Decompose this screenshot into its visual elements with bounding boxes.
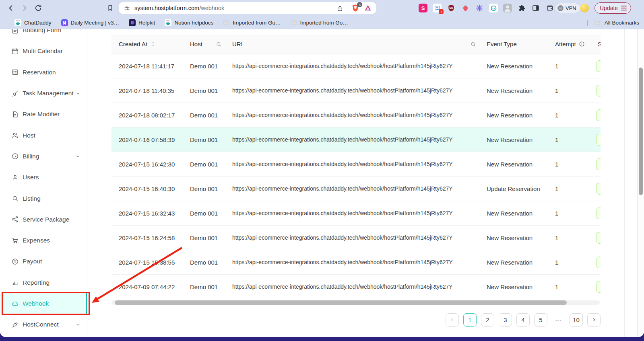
search-icon[interactable] (216, 41, 222, 47)
table-row[interactable]: 2024-07-15 16:32:43 Demo 001 https://api… (111, 201, 601, 226)
sidebar-item-multi-calendar[interactable]: Multi Calendar (0, 41, 87, 62)
vpn-button[interactable]: VPN (555, 3, 581, 13)
back-button[interactable] (4, 1, 18, 15)
update-button[interactable]: Update (594, 2, 631, 14)
brave-logo-icon[interactable] (363, 4, 372, 12)
bookmark-notion-helpdocs[interactable]: Notion helpdocs (161, 18, 217, 27)
sidebar-item-host[interactable]: Host (0, 125, 87, 146)
puzzle-icon[interactable] (517, 4, 526, 12)
cell-url: https://api-ecommerce-integrations.chatd… (225, 275, 479, 299)
table-row[interactable]: 2024-07-15 16:24:58 Demo 001 https://api… (111, 226, 601, 250)
cell-attempt: 1 (548, 78, 588, 103)
wallet-icon[interactable] (545, 4, 554, 12)
extension-burst-icon[interactable] (475, 4, 484, 12)
sidebar-toggle-icon[interactable] (531, 4, 540, 12)
sidebar-item-billing[interactable]: Billing (0, 146, 87, 167)
page-button-next[interactable]: › (587, 313, 601, 327)
extension-ublock-icon[interactable]: UD (447, 4, 456, 12)
bookmark-helpkit[interactable]: Helpkit (126, 18, 158, 27)
sidebar-item-listing[interactable]: Listing (0, 188, 87, 209)
sidebar-item-users[interactable]: Users (0, 167, 87, 188)
notification-badge: ! (439, 9, 444, 14)
sidebar-item-reporting[interactable]: Reporting (0, 272, 87, 293)
url-bar[interactable]: system.hostplatform.com/webhook 3 (119, 2, 376, 14)
broom-icon (11, 90, 19, 97)
divider (347, 5, 347, 11)
cell-attempt: 1 (548, 54, 588, 78)
column-status[interactable]: S (588, 35, 601, 53)
table-row[interactable]: 2024-07-15 16:42:30 Demo 001 https://api… (111, 152, 601, 177)
cell-attempt: 1 (548, 226, 588, 250)
page-button-5[interactable]: 5 (534, 313, 547, 327)
extension-chat-icon[interactable]: ! (433, 4, 442, 12)
page-button-2[interactable]: 2 (481, 313, 494, 327)
bookmark-imported-from-go[interactable]: Imported from Go… (287, 18, 351, 27)
extension-s-icon[interactable]: S (419, 4, 427, 12)
all-bookmarks-button[interactable]: All Bookmarks (605, 20, 639, 26)
page-button-10[interactable]: 10 (570, 313, 583, 327)
bookmark-chatdaddy[interactable]: ChatDaddy (11, 18, 55, 27)
bookmark-imported-from-go[interactable]: Imported from Go… (220, 18, 284, 27)
table-header: Created At Host URL (111, 35, 601, 54)
vertical-scrollbar[interactable] (637, 29, 644, 337)
table-row[interactable]: 2024-07-15 15:38:55 Demo 001 https://api… (111, 250, 601, 275)
tune-icon[interactable] (124, 5, 130, 12)
table-row[interactable]: 2024-07-18 11:40:35 Demo 001 https://api… (111, 78, 601, 103)
cart-icon (11, 237, 19, 244)
vertical-scrollbar-thumb[interactable] (639, 68, 643, 195)
divider (587, 20, 588, 26)
table-row[interactable]: 2024-07-16 07:58:39 Demo 001 https://api… (111, 127, 601, 152)
chatdaddy-logo-icon (165, 19, 171, 26)
sidebar-item-task-management[interactable]: Task Management (0, 83, 87, 104)
table-row[interactable]: 2024-07-09 07:44:22 Demo 001 https://api… (111, 275, 601, 299)
bookmark-icon[interactable] (105, 3, 115, 13)
cell-host: Demo 001 (183, 103, 225, 127)
sidebar-item-hostconnect[interactable]: HostConnect (0, 314, 87, 335)
page-button-ellipsis[interactable]: ••• (552, 313, 565, 327)
forward-button[interactable] (18, 1, 31, 15)
cell-created-at: 2024-07-15 16:42:30 (111, 152, 183, 176)
payout-icon (11, 258, 19, 265)
page-button-1[interactable]: 1 (463, 313, 477, 327)
sort-icon[interactable] (151, 41, 155, 47)
sidebar-item-service-package[interactable]: Service Package (0, 209, 87, 230)
sidebar-item-payout[interactable]: Payout (0, 251, 87, 272)
table-row[interactable]: 2024-07-15 16:40:30 Demo 001 https://api… (111, 177, 601, 201)
table-row[interactable]: 2024-07-18 08:02:17 Demo 001 https://api… (111, 103, 601, 127)
menu-icon (621, 6, 627, 10)
horizontal-scrollbar-thumb[interactable] (115, 300, 567, 305)
profile-avatar[interactable] (580, 4, 589, 12)
column-event-type[interactable]: Event Type (479, 35, 548, 53)
cell-event-type: Update Reservation (479, 177, 548, 201)
column-url[interactable]: URL (225, 35, 479, 53)
column-host[interactable]: Host (183, 35, 225, 53)
share-icon[interactable] (336, 5, 343, 12)
browser-window: system.hostplatform.com/webhook 3 S ! (0, 0, 644, 337)
column-created-at[interactable]: Created At (111, 35, 183, 53)
cell-event-type: New Reservation (479, 78, 548, 103)
sidebar-item-expenses[interactable]: Expenses (0, 230, 87, 251)
horizontal-scrollbar[interactable] (111, 300, 600, 305)
reload-button[interactable] (31, 1, 45, 15)
cell-status (588, 54, 601, 78)
extension-chatdaddy-icon[interactable] (489, 4, 498, 12)
page-button-prev[interactable]: ‹ (446, 313, 459, 327)
cell-host: Demo 001 (183, 201, 225, 225)
cloud-icon (11, 300, 19, 308)
folder-icon (223, 19, 230, 26)
page-button-4[interactable]: 4 (516, 313, 530, 327)
sidebar-item-booking-form[interactable]: Booking Form (0, 29, 87, 41)
info-icon[interactable] (579, 41, 585, 47)
cell-host: Demo 001 (183, 250, 225, 274)
extension-strawberry-icon[interactable] (461, 4, 470, 12)
extension-avatar-icon[interactable] (503, 4, 512, 12)
sidebar-item-webhook[interactable]: Webhook (0, 293, 87, 314)
page-button-3[interactable]: 3 (499, 313, 512, 327)
sidebar-item-rate-modifier[interactable]: Rate Modifier (0, 104, 87, 125)
sidebar-item-reservation[interactable]: Reservation (0, 62, 87, 83)
column-attempt[interactable]: Attempt (548, 35, 588, 53)
brave-shield-icon[interactable]: 3 (351, 4, 360, 12)
table-row[interactable]: 2024-07-18 11:41:17 Demo 001 https://api… (111, 54, 601, 78)
search-icon[interactable] (470, 41, 476, 47)
bookmark-daily-meeting-v3[interactable]: Daily Meeting | v3… (58, 18, 123, 27)
